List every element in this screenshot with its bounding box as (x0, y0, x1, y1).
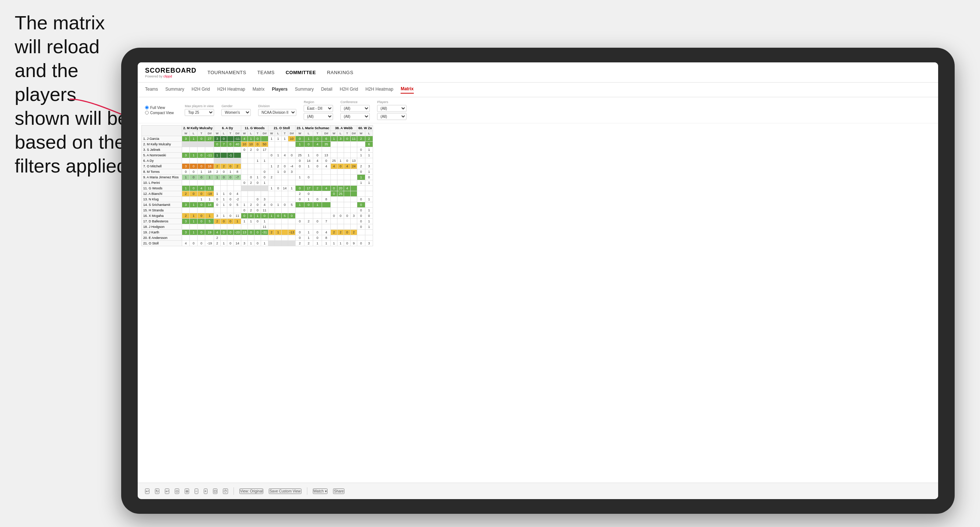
subh-l4: L (275, 131, 282, 136)
table-row: 10. L Perini 0201 11 (142, 180, 373, 186)
full-view-radio[interactable] (145, 106, 149, 110)
subh-l6: L (337, 131, 344, 136)
subh-d2: Dif (234, 131, 241, 136)
nav-bar: SCOREBOARD Powered by clippd TOURNAMENTS… (138, 62, 938, 83)
division-label: Division (258, 104, 296, 108)
matrix-wrapper[interactable]: 2. M Kelly Mulcahy 6. A Dy 11. G Woods 2… (138, 123, 938, 483)
subnav-summary2[interactable]: Summary (295, 87, 313, 93)
undo-button[interactable]: ↩ (145, 489, 150, 494)
view-original-button[interactable]: View: Original (239, 489, 264, 494)
subnav-summary[interactable]: Summary (165, 87, 184, 93)
subh-l1: L (190, 131, 197, 136)
nav-teams[interactable]: TEAMS (258, 70, 275, 75)
subh-l5: L (304, 131, 313, 136)
zoom-plus-button[interactable]: + (204, 489, 207, 494)
player-name: 19. J Karth (142, 230, 182, 235)
players-select[interactable]: (All) (377, 105, 406, 112)
watch-button[interactable]: Watch ▾ (313, 489, 328, 494)
player-name: 14. S Srichantamit (142, 202, 182, 208)
nav-rankings[interactable]: RANKINGS (327, 70, 353, 75)
subh-l3: L (248, 131, 255, 136)
subh-l7: L (365, 131, 373, 136)
subh-w3: W (241, 131, 248, 136)
table-row: 19. J Karth 31019 400-20 1300-31 21-13 0… (142, 230, 373, 235)
subnav-players[interactable]: Players (272, 87, 288, 93)
max-players-select[interactable]: Top 25 (185, 109, 214, 116)
subh-d1: Dif (205, 131, 214, 136)
region-select[interactable]: East - DII (304, 105, 333, 112)
subh-t4: T (282, 131, 288, 136)
subnav-h2h-heatmap2[interactable]: H2H Heatmap (365, 87, 393, 93)
full-view-label: Full View (150, 106, 165, 110)
matrix-table: 2. M Kelly Mulcahy 6. A Dy 11. G Woods 2… (142, 125, 373, 246)
subh-w4: W (269, 131, 275, 136)
player-name: 10. L Perini (142, 180, 182, 186)
conference-select[interactable]: (All) (340, 105, 370, 112)
subh-t3: T (255, 131, 261, 136)
sub-nav: Teams Summary H2H Grid H2H Heatmap Matri… (138, 83, 938, 97)
col-header-webb: 38. A Webb (331, 125, 357, 131)
table-row: 17. D Ballesteros 3105 2001 1101 0207 01 (142, 219, 373, 224)
subh-w7: W (357, 131, 365, 136)
back-button[interactable]: ↩ (165, 489, 169, 494)
col-header-woods: 11. G Woods (241, 125, 269, 131)
nav-tournaments[interactable]: TOURNAMENTS (207, 70, 247, 75)
conference-label: Conference (340, 100, 370, 104)
nav-committee[interactable]: COMMITTEE (286, 70, 316, 75)
players-sub-select[interactable]: (All) (377, 113, 406, 120)
table-row: 5. A Nomrowski 310-11 1-1 0140 251013 11 (142, 153, 373, 158)
division-select[interactable]: NCAA Division II (258, 109, 296, 116)
redo-button[interactable]: ↻ (155, 489, 159, 494)
player-name: 20. E Andersson (142, 235, 182, 241)
players-label: Players (377, 100, 406, 104)
nav-items: TOURNAMENTS TEAMS COMMITTEE RANKINGS (207, 70, 353, 75)
col-header-name (142, 125, 182, 136)
tablet-device: SCOREBOARD Powered by clippd TOURNAMENTS… (121, 48, 955, 514)
col-header-mulcahy: 2. M Kelly Mulcahy (182, 125, 214, 131)
subh-d3: Dif (261, 131, 269, 136)
col-header-dy: 6. A Dy (214, 125, 241, 131)
bottom-toolbar: ↩ ↻ ↩ ⊙ ⊕ − + ⊡ ⏱ View: Original Save Cu… (138, 483, 938, 499)
players-filter: Players (All) (All) (377, 100, 406, 120)
subh-w5: W (296, 131, 304, 136)
subnav-h2h-grid[interactable]: H2H Grid (192, 87, 210, 93)
table-row: 8. M Torres 00118 2018 0 103 01 (142, 169, 373, 175)
save-custom-button[interactable]: Save Custom View (269, 489, 301, 494)
subnav-teams[interactable]: Teams (145, 87, 158, 93)
subnav-matrix[interactable]: Matrix (253, 87, 265, 93)
fit-button[interactable]: ⊡ (213, 489, 217, 494)
compact-view-radio[interactable] (145, 111, 149, 114)
subnav-h2h-grid2[interactable]: H2H Grid (340, 87, 358, 93)
zoom-out-button[interactable]: − (195, 489, 198, 494)
subnav-detail[interactable]: Detail (321, 87, 332, 93)
zoom-in-button[interactable]: ⊕ (185, 489, 189, 494)
table-row: 7. O Mitchell 30018 2202 120-4 0104 4042… (142, 163, 373, 169)
gender-select[interactable]: Women's (221, 109, 251, 116)
subnav-matrix2[interactable]: Matrix (401, 86, 414, 94)
table-row: 3. S Jelinek 02017 01 (142, 147, 373, 153)
full-view-option[interactable]: Full View (145, 106, 174, 110)
col-header-stoll: 21. O Stoll (269, 125, 296, 131)
conference-filter: Conference (All) (All) (340, 100, 370, 120)
conference-sub-select[interactable]: (All) (340, 113, 370, 120)
view-original-label: View: Original (240, 489, 263, 493)
max-players-filter: Max players in view Top 25 (185, 104, 214, 116)
table-row: 20. E Andersson 2 0108 (142, 235, 373, 241)
col-header-schumac: 23. L Marie Schumac (296, 125, 331, 131)
filter-row: Full View Compact View Max players in vi… (138, 97, 938, 123)
table-row: 14. S Srichantamit 31014 0105 1204 0105 … (142, 202, 373, 208)
col-header-za: 60. W Za (357, 125, 373, 131)
subnav-h2h-heatmap[interactable]: H2H Heatmap (217, 87, 245, 93)
refresh-button[interactable]: ⊙ (175, 489, 179, 494)
compact-view-option[interactable]: Compact View (145, 111, 174, 115)
gender-filter: Gender Women's (221, 104, 251, 116)
table-row: 2. M Kelly Mulcahy 07040 1010050 10435 6 (142, 142, 373, 147)
region-sub-select[interactable]: (All) (304, 113, 333, 120)
share-button[interactable]: Share (333, 489, 344, 494)
player-name: 16. X Mcgaha (142, 213, 182, 219)
region-filter: Region East - DII (All) (304, 100, 333, 120)
timer-button[interactable]: ⏱ (223, 489, 228, 494)
subh-t1: T (197, 131, 205, 136)
player-name: 2. M Kelly Mulcahy (142, 142, 182, 147)
player-name: 1. J Garcia (142, 136, 182, 142)
